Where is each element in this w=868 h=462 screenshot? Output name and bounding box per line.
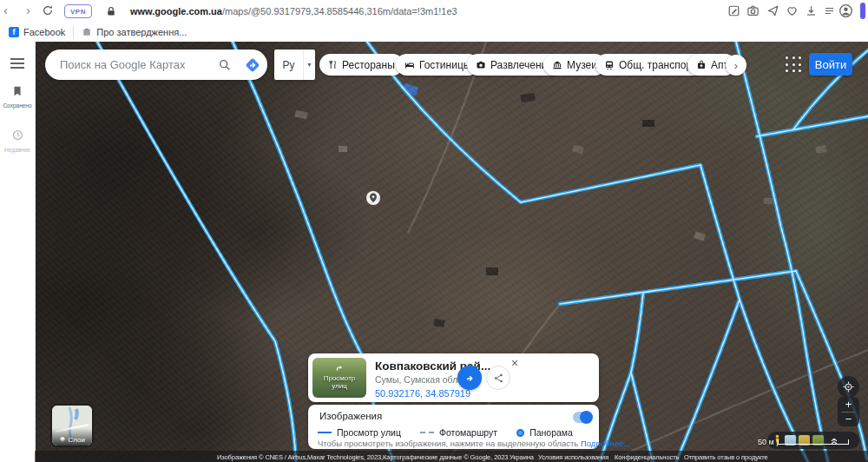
clock-icon <box>11 129 24 142</box>
reload-button[interactable] <box>42 4 54 16</box>
sign-in-button[interactable]: Войти <box>809 53 852 76</box>
profile-button[interactable] <box>838 3 853 18</box>
card-close-button[interactable]: × <box>510 355 520 371</box>
url-path: /maps/@50.9317979,34.8585446,316m/data=!… <box>222 6 457 16</box>
map-scale: 50 м <box>758 438 849 446</box>
imagery-toggle[interactable] <box>573 412 592 423</box>
chip-label: Гостиницы <box>419 59 470 71</box>
search-input[interactable] <box>58 57 212 72</box>
facebook-favicon: f <box>9 27 19 37</box>
toggle-knob <box>580 411 593 424</box>
search-button[interactable] <box>212 50 238 80</box>
directions-button[interactable] <box>238 50 267 80</box>
bus-icon <box>604 60 615 70</box>
recent-label: Недавние <box>0 147 35 153</box>
forward-button[interactable]: › <box>26 3 30 16</box>
legend-panorama-label: Панорама <box>529 427 573 438</box>
screen: ‹ › VPN www.google.com.ua/maps/@50.93179… <box>0 0 868 462</box>
language-code: Ру <box>274 59 303 71</box>
country-label[interactable]: Украина <box>510 453 534 461</box>
streetview-thumb-label: Просмотр улиц <box>324 374 356 391</box>
card-share-button[interactable] <box>486 366 510 390</box>
privacy-link[interactable]: Конфиденциальность <box>615 453 679 461</box>
attraction-icon <box>476 60 486 70</box>
edit-icon <box>727 4 740 17</box>
bookmark-separator <box>73 26 74 38</box>
layers-label-row: Слои <box>52 436 92 444</box>
place-info-card: Просмотр улиц Ковпаковский рай... Сумы, … <box>308 353 599 402</box>
camera-icon <box>746 4 760 17</box>
address-bar[interactable]: www.google.com.ua/maps/@50.9317979,34.85… <box>130 6 457 16</box>
museum-icon <box>552 60 562 70</box>
sidebar-item-recent[interactable]: Недавние <box>0 129 35 153</box>
sidebar-item-saved[interactable]: Сохранено <box>0 85 35 109</box>
chevron-right-icon: › <box>734 59 738 72</box>
layers-control[interactable]: Слои <box>50 404 94 447</box>
menu-lines-icon <box>823 4 836 17</box>
bookmark-facebook[interactable]: Facebook <box>23 27 65 37</box>
back-icon: ‹ <box>3 3 8 16</box>
photopath-line-swatch <box>420 432 434 433</box>
terms-link[interactable]: Условия использования <box>538 453 608 461</box>
favorite-button[interactable] <box>786 4 799 17</box>
chip-label: Общ. транспорт <box>619 59 696 71</box>
bookmark-icon <box>11 85 23 97</box>
camera-button[interactable] <box>746 4 760 17</box>
edit-button[interactable] <box>727 4 740 17</box>
layers-icon <box>59 436 66 443</box>
feedback-link[interactable]: Отправить отзыв о продукте <box>684 453 768 461</box>
zoom-control: + − <box>838 397 859 426</box>
imagery-caption-text: Чтобы просмотреть изображения, нажмите н… <box>318 439 578 448</box>
scale-rule <box>778 439 849 445</box>
locate-icon <box>843 381 854 393</box>
extension-pill <box>860 3 865 19</box>
document-favicon <box>82 27 92 37</box>
streetview-line-swatch <box>318 432 332 433</box>
chip-label: Музеи <box>567 59 597 71</box>
streetview-arrow-icon <box>336 365 344 373</box>
browser-toolbar: ‹ › VPN www.google.com.ua/maps/@50.93179… <box>0 0 868 23</box>
zoom-out-button[interactable]: − <box>838 412 859 427</box>
hamburger-icon <box>10 57 25 69</box>
vpn-badge[interactable]: VPN <box>64 4 92 18</box>
legend-photopath-label: Фотомаршрут <box>439 427 497 438</box>
chips-scroll-right-button[interactable]: › <box>726 55 746 76</box>
learn-more-link[interactable]: Подробнее... <box>581 439 630 448</box>
attribution-text: Изображения © CNES / Airbus,Maxar Techno… <box>217 453 508 461</box>
reload-icon <box>42 4 54 16</box>
panorama-dot-swatch <box>516 429 524 437</box>
reading-list-button[interactable] <box>823 4 836 17</box>
send-button[interactable] <box>766 4 779 17</box>
chip-restaurants[interactable]: Рестораны <box>319 54 404 76</box>
input-language-selector[interactable]: Ру ▼ <box>274 50 315 80</box>
share-icon <box>493 373 504 384</box>
download-icon <box>805 4 818 17</box>
directions-icon <box>244 56 261 74</box>
map-status-bar: Изображения © CNES / Airbus,Maxar Techno… <box>35 451 868 462</box>
send-icon <box>766 4 779 17</box>
download-button[interactable] <box>805 4 818 17</box>
hotel-icon <box>404 60 415 70</box>
card-directions-button[interactable] <box>457 366 482 390</box>
maps-side-rail: Сохранено Недавние <box>0 42 36 462</box>
imagery-legend: Просмотр улиц Фотомаршрут Панорама <box>318 427 573 438</box>
back-button[interactable]: ‹ <box>3 3 8 16</box>
imagery-caption: Чтобы просмотреть изображения, нажмите н… <box>318 439 630 448</box>
my-location-button[interactable] <box>838 376 859 398</box>
bookmark-document[interactable]: Про затвердження... <box>96 27 187 37</box>
imagery-title: Изображения <box>319 411 382 421</box>
url-host: www.google.com.ua <box>130 6 222 16</box>
forward-icon: › <box>26 3 30 16</box>
layers-label: Слои <box>68 436 84 444</box>
main-menu-button[interactable] <box>9 57 26 69</box>
place-coordinates-link[interactable]: 50.932176, 34.857919 <box>375 388 470 399</box>
zoom-in-button[interactable]: + <box>838 397 859 412</box>
streetview-thumbnail[interactable]: Просмотр улиц <box>312 358 366 398</box>
heart-icon <box>786 4 799 17</box>
bookmarks-bar: f Facebook Про затвердження... <box>0 23 868 43</box>
saved-label: Сохранено <box>0 102 35 109</box>
chip-label: Рестораны <box>342 59 395 71</box>
google-apps-button[interactable] <box>786 56 803 74</box>
map-marker[interactable] <box>366 191 380 205</box>
scale-label: 50 м <box>758 438 774 446</box>
